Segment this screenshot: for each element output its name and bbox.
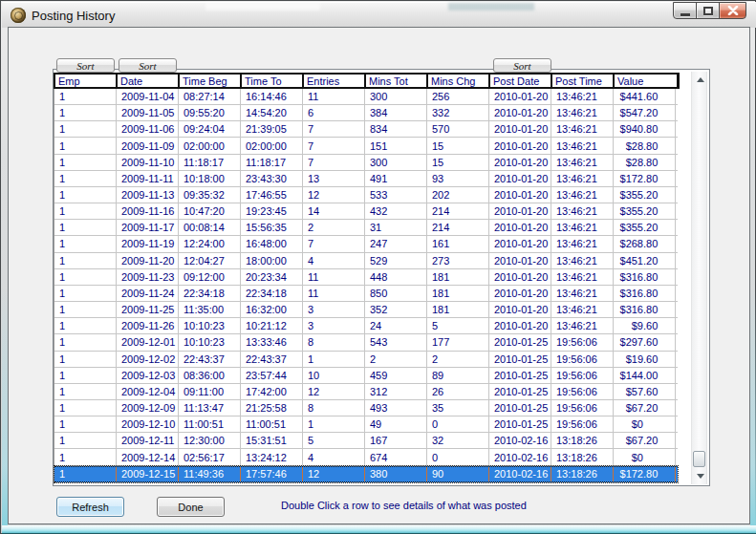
cell-time-to: 11:00:51 xyxy=(241,417,303,432)
cell-date: 2009-11-25 xyxy=(117,302,179,317)
cell-date: 2009-11-06 xyxy=(117,121,179,137)
minimize-button[interactable] xyxy=(673,2,697,19)
scroll-up-icon xyxy=(697,77,704,82)
cell-mins-chg: 89 xyxy=(427,368,489,383)
cell-time-to: 17:46:55 xyxy=(241,187,303,203)
table-row[interactable]: 12009-11-1610:47:2019:23:45144322142010-… xyxy=(54,203,678,220)
done-button[interactable]: Done xyxy=(157,497,225,517)
cell-value: $67.20 xyxy=(614,400,676,416)
cell-time-beg: 10:18:00 xyxy=(179,171,241,186)
cell-post-time: 13:18:26 xyxy=(551,433,614,448)
cell-mins-tot: 448 xyxy=(365,269,427,285)
table-row[interactable]: 12009-11-0902:00:0002:00:007151152010-01… xyxy=(54,138,678,154)
cell-mins-tot: 384 xyxy=(365,105,427,120)
refresh-button[interactable]: Refresh xyxy=(56,497,124,517)
table-row[interactable]: 12009-12-1011:00:5111:00:5114902010-01-2… xyxy=(54,417,678,433)
cell-date: 2009-11-11 xyxy=(117,171,179,186)
cell-mins-tot: 300 xyxy=(365,155,427,170)
cell-date: 2009-12-11 xyxy=(117,433,179,448)
sort-button-post-date[interactable]: Sort xyxy=(493,58,551,73)
column-header-time-to: Time To xyxy=(242,75,304,87)
table-row[interactable]: 12009-12-0222:43:3722:43:371222010-01-25… xyxy=(54,352,678,368)
column-header-mins-chg: Mins Chg xyxy=(428,75,490,87)
window-title: Posting History xyxy=(32,9,115,23)
cell-mins-chg: 214 xyxy=(427,220,489,235)
cell-date: 2009-11-05 xyxy=(117,105,179,120)
cell-post-time: 13:46:21 xyxy=(551,105,614,120)
table-row[interactable]: 12009-12-1402:56:1713:24:12467402010-02-… xyxy=(54,449,678,465)
cell-entries: 7 xyxy=(303,138,365,153)
table-row[interactable]: 12009-11-2422:34:1822:34:18118501812010-… xyxy=(54,286,678,302)
cell-time-beg: 09:11:00 xyxy=(179,384,241,399)
table-row[interactable]: 12009-11-2012:04:2718:00:0045292732010-0… xyxy=(54,253,678,269)
cell-time-to: 13:33:46 xyxy=(241,334,303,350)
cell-mins-chg: 0 xyxy=(427,417,489,432)
table-row[interactable]: 12009-11-2610:10:2310:21:1232452010-01-2… xyxy=(54,318,678,334)
table-row[interactable]: 12009-11-1912:24:0016:48:0072471612010-0… xyxy=(54,236,678,252)
cell-time-to: 16:32:00 xyxy=(241,302,303,317)
cell-emp: 1 xyxy=(54,138,117,153)
cell-post-date: 2010-01-20 xyxy=(489,138,551,153)
cell-value: $28.80 xyxy=(614,155,676,170)
cell-mins-chg: 26 xyxy=(427,384,489,399)
cell-post-time: 19:56:06 xyxy=(551,334,614,350)
sort-button-emp[interactable]: Sort xyxy=(56,58,115,73)
title-bar[interactable]: Posting History xyxy=(2,2,756,28)
cell-date: 2009-11-09 xyxy=(117,138,179,153)
table-row[interactable]: 12009-11-1110:18:0023:43:3013491932010-0… xyxy=(54,171,678,187)
table-row[interactable]: 12009-12-0308:36:0023:57:4410459892010-0… xyxy=(54,368,678,384)
sort-button-date[interactable]: Sort xyxy=(119,58,177,73)
column-header-emp: Emp xyxy=(55,75,118,87)
table-row[interactable]: 12009-11-0408:27:1416:14:46113002562010-… xyxy=(54,89,678,105)
table-row[interactable]: 12009-11-1309:35:3217:46:55125332022010-… xyxy=(54,187,678,203)
table-row[interactable]: 12009-11-2511:35:0016:32:0033521812010-0… xyxy=(54,302,678,318)
cell-emp: 1 xyxy=(54,400,117,416)
close-button[interactable] xyxy=(719,2,746,19)
table-row[interactable]: 12009-11-2309:12:0020:23:34114481812010-… xyxy=(54,269,678,286)
cell-mins-chg: 93 xyxy=(427,171,489,186)
table-row[interactable]: 12009-11-0609:24:0421:39:0578345702010-0… xyxy=(54,121,678,138)
scroll-down-icon xyxy=(697,474,704,479)
cell-emp: 1 xyxy=(54,318,117,333)
table-row[interactable]: 12009-12-0110:10:2313:33:4685431772010-0… xyxy=(54,334,678,351)
table-row[interactable]: 12009-12-1511:49:3617:57:4612380902010-0… xyxy=(54,466,678,482)
grid-body: 12009-11-0408:27:1416:14:46113002562010-… xyxy=(54,89,678,482)
cell-emp: 1 xyxy=(54,155,117,170)
scrollbar-thumb[interactable] xyxy=(693,451,705,467)
cell-date: 2009-11-23 xyxy=(117,269,179,285)
scroll-up-button[interactable] xyxy=(692,72,708,88)
cell-value: $0 xyxy=(614,449,676,464)
cell-entries: 8 xyxy=(303,334,365,350)
cell-entries: 5 xyxy=(303,433,365,448)
table-row[interactable]: 12009-12-1112:30:0015:31:515167322010-02… xyxy=(54,433,678,449)
cell-emp: 1 xyxy=(54,433,117,448)
cell-post-time: 13:46:21 xyxy=(551,236,614,251)
cell-emp: 1 xyxy=(54,121,117,137)
cell-date: 2009-11-16 xyxy=(117,203,179,219)
cell-post-time: 13:18:26 xyxy=(551,449,614,464)
cell-mins-chg: 15 xyxy=(427,138,489,153)
cell-mins-tot: 300 xyxy=(365,89,427,104)
cell-time-beg: 11:18:17 xyxy=(179,155,241,170)
table-row[interactable]: 12009-12-0911:13:4721:25:588493352010-01… xyxy=(54,400,678,417)
glass-frame-bottom xyxy=(2,525,756,534)
scroll-down-button[interactable] xyxy=(692,468,708,484)
cell-mins-chg: 202 xyxy=(427,187,489,203)
vertical-scrollbar[interactable] xyxy=(691,72,707,484)
table-row[interactable]: 12009-12-0409:11:0017:42:0012312262010-0… xyxy=(54,384,678,400)
cell-time-beg: 11:35:00 xyxy=(179,302,241,317)
cell-entries: 6 xyxy=(303,105,365,120)
table-row[interactable]: 12009-11-1700:08:1415:56:352312142010-01… xyxy=(54,220,678,236)
cell-time-beg: 12:04:27 xyxy=(179,253,241,268)
cell-emp: 1 xyxy=(54,236,117,251)
cell-time-beg: 10:10:23 xyxy=(179,318,241,333)
cell-entries: 8 xyxy=(303,400,365,416)
table-row[interactable]: 12009-11-1011:18:1711:18:177300152010-01… xyxy=(54,155,678,171)
cell-post-time: 19:56:06 xyxy=(551,368,614,383)
minimize-icon xyxy=(680,13,690,16)
cell-mins-tot: 31 xyxy=(365,220,427,235)
table-row[interactable]: 12009-11-0509:55:2014:54:2063843322010-0… xyxy=(54,105,678,121)
cell-entries: 12 xyxy=(303,467,365,481)
cell-time-to: 16:48:00 xyxy=(241,236,303,251)
maximize-button[interactable] xyxy=(696,2,720,19)
